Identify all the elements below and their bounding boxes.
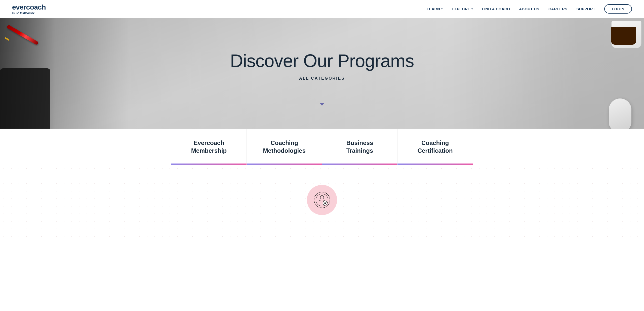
logo-subtitle: by mindvalley (12, 11, 34, 14)
category-card-business-trainings[interactable]: BusinessTrainings (322, 129, 397, 165)
coffee-cup-decoration (611, 21, 641, 48)
lower-section (0, 165, 644, 240)
navbar: evercoach by mindvalley LEARN ▾ EXPLORE … (0, 0, 644, 18)
nav-item-about-us[interactable]: ABOUT US (519, 7, 539, 11)
hero-content: Discover Our Programs ALL CATEGORIES (230, 51, 414, 106)
certification-badge-icon (313, 191, 331, 209)
svg-point-2 (320, 196, 324, 199)
categories-section: EvercoachMembership CoachingMethodologie… (0, 129, 644, 165)
chevron-down-icon: ▾ (471, 8, 473, 10)
logo[interactable]: evercoach by mindvalley (12, 4, 46, 14)
nav-item-careers[interactable]: CAREERS (548, 7, 567, 11)
hero-subtitle: ALL CATEGORIES (299, 76, 345, 81)
logo-by: by (12, 11, 15, 14)
coffee-area-decoration (599, 18, 644, 73)
category-card-title: CoachingMethodologies (263, 139, 305, 154)
nav-item-learn[interactable]: LEARN ▾ (427, 7, 442, 11)
logo-mindvalley: mindvalley (20, 11, 34, 14)
category-card-coaching-certification[interactable]: CoachingCertification (397, 129, 473, 165)
certification-icon-wrapper (307, 185, 337, 215)
mouse-decoration (609, 98, 631, 131)
tablet-decoration (0, 68, 50, 139)
coffee-liquid (611, 27, 636, 45)
arrow-head-icon (320, 103, 324, 106)
hero-scroll-arrow[interactable] (320, 88, 324, 106)
login-button[interactable]: LOGIN (604, 4, 632, 14)
category-card-evercoach-membership[interactable]: EvercoachMembership (171, 129, 247, 165)
nav-item-find-a-coach[interactable]: FIND A COACH (482, 7, 510, 11)
nav-item-support[interactable]: SUPPORT (576, 7, 595, 11)
nav-links: LEARN ▾ EXPLORE ▾ FIND A COACH ABOUT US … (427, 4, 632, 14)
category-card-title: BusinessTrainings (346, 139, 373, 154)
nav-item-explore[interactable]: EXPLORE ▾ (452, 7, 473, 11)
logo-brand: evercoach (12, 4, 46, 11)
arrow-line (322, 88, 322, 103)
category-card-title: CoachingCertification (418, 139, 453, 154)
categories-row: EvercoachMembership CoachingMethodologie… (171, 129, 473, 165)
category-card-coaching-methodologies[interactable]: CoachingMethodologies (247, 129, 322, 165)
hero-title: Discover Our Programs (230, 51, 414, 71)
checkmark-icon (16, 12, 19, 14)
chevron-down-icon: ▾ (441, 8, 442, 10)
hero-section: Discover Our Programs ALL CATEGORIES (0, 18, 644, 139)
category-card-title: EvercoachMembership (191, 139, 227, 154)
